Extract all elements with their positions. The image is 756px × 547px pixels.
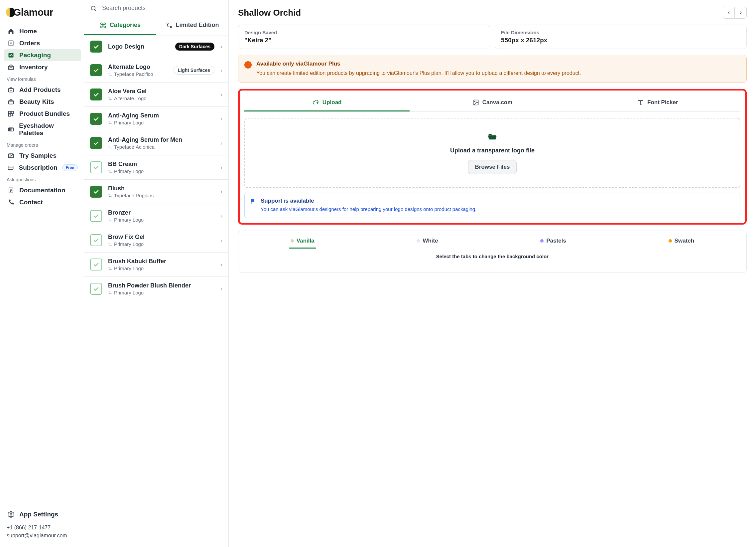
detail-panel: Shallow Orchid Design Saved "Keira 2" Fi…	[229, 0, 756, 547]
branch-icon	[108, 96, 112, 100]
svg-point-15	[91, 6, 95, 10]
brand-logo: Glamour	[4, 5, 81, 24]
sidebar-item-contact[interactable]: Contact	[4, 196, 81, 208]
card-label: Design Saved	[244, 30, 484, 35]
support-callout: Support is available You can ask viaGlam…	[244, 193, 740, 218]
product-row[interactable]: BB CreamPrimary Logo›	[84, 155, 228, 180]
inventory-icon	[7, 64, 15, 71]
tab-label: Canva.com	[482, 99, 513, 106]
svg-point-31	[111, 220, 111, 221]
next-button[interactable]	[735, 7, 747, 19]
svg-point-22	[109, 121, 109, 122]
svg-point-39	[474, 101, 475, 102]
svg-rect-4	[9, 101, 14, 104]
search-icon	[90, 5, 97, 12]
sidebar-item-home[interactable]: Home	[4, 25, 81, 37]
chevron-right-icon: ›	[220, 286, 222, 293]
sidebar-item-packaging[interactable]: Packaging	[4, 49, 81, 61]
sidebar-item-product-bundles[interactable]: Product Bundles	[4, 108, 81, 120]
tab-label: Categories	[110, 22, 141, 29]
nav-label: Orders	[19, 40, 40, 47]
variant-tab-swatch[interactable]: Swatch	[667, 235, 696, 248]
chevron-right-icon: ›	[220, 261, 222, 268]
type-icon	[637, 99, 644, 106]
file-dimensions-card: File Dimensions 550px x 2612px	[495, 25, 747, 49]
sidebar-item-documentation[interactable]: Documentation	[4, 184, 81, 196]
upgrade-alert: ! Available only viaGlamour Plus You can…	[238, 55, 747, 83]
product-subtitle: Primary Logo	[108, 168, 214, 174]
product-row[interactable]: Brush Kabuki BufferPrimary Logo›	[84, 252, 228, 277]
surface-pill: Dark Surfaces	[175, 43, 214, 51]
svg-point-16	[167, 23, 168, 24]
tab-categories[interactable]: Categories	[84, 16, 156, 35]
check-icon	[90, 161, 102, 173]
sidebar-item-orders[interactable]: Orders	[4, 37, 81, 49]
branch-icon	[108, 218, 112, 222]
sidebar-item-beauty-kits[interactable]: Beauty Kits	[4, 96, 81, 108]
sidebar-item-try-samples[interactable]: Try Samples	[4, 150, 81, 162]
product-title: Aloe Vera Gel	[108, 88, 214, 95]
product-row[interactable]: BlushTypeface:Poppins›	[84, 180, 228, 204]
contact-icon	[7, 199, 15, 206]
search-input[interactable]	[102, 5, 222, 12]
chevron-right-icon: ›	[220, 237, 222, 244]
sidebar-item-add-products[interactable]: Add Products	[4, 84, 81, 96]
nav-label: Contact	[19, 199, 43, 206]
nav-label: Add Products	[19, 86, 61, 93]
product-row[interactable]: BronzerPrimary Logo›	[84, 204, 228, 228]
check-icon	[90, 258, 102, 270]
branch-icon	[108, 242, 112, 246]
page-title: Shallow Orchid	[238, 8, 301, 18]
tab-label: Upload	[322, 99, 342, 106]
prev-button[interactable]	[723, 7, 735, 19]
product-subtitle: Alternate Logo	[108, 95, 214, 101]
sidebar-item-subscription[interactable]: SubscriptionFree	[4, 162, 81, 174]
tab-limited-edition[interactable]: Limited Edition	[156, 16, 228, 35]
contact-info: +1 (866) 217-1477 support@viaglamour.com	[4, 520, 81, 543]
chevron-right-icon: ›	[220, 91, 222, 98]
product-row[interactable]: Anti-Aging Serum for MenTypeface:Aclonic…	[84, 131, 228, 155]
folder-open-icon	[488, 132, 497, 141]
svg-point-11	[12, 155, 13, 155]
tab-canva[interactable]: Canva.com	[410, 95, 575, 111]
svg-rect-6	[11, 111, 14, 114]
check-icon	[90, 137, 102, 149]
svg-point-37	[111, 294, 111, 294]
variant-tab-pastels[interactable]: Pastels	[539, 235, 567, 248]
branch-icon	[166, 22, 173, 29]
browse-files-button[interactable]: Browse Files	[468, 160, 517, 174]
support-body: You can ask viaGlamour's designers for h…	[261, 205, 476, 213]
branch-icon	[108, 291, 112, 295]
documentation-icon	[7, 187, 15, 194]
product-subtitle: Typeface:Aclonica	[108, 144, 214, 150]
product-row[interactable]: Logo DesignDark Surfaces›	[84, 35, 228, 58]
nav-label: Documentation	[19, 187, 65, 194]
tab-upload[interactable]: Upload	[244, 95, 410, 111]
product-row[interactable]: Brow Fix GelPrimary Logo›	[84, 228, 228, 252]
color-dot-icon	[540, 239, 544, 242]
product-row[interactable]: Aloe Vera GelAlternate Logo›	[84, 82, 228, 107]
sidebar-item-inventory[interactable]: Inventory	[4, 61, 81, 73]
branch-icon	[108, 121, 112, 125]
svg-rect-7	[9, 114, 11, 116]
tab-font-picker[interactable]: Font Picker	[575, 95, 740, 111]
product-row[interactable]: Brush Powder Blush BlenderPrimary Logo›	[84, 277, 228, 301]
variant-tab-white[interactable]: White	[415, 235, 439, 248]
svg-rect-12	[8, 166, 13, 170]
product-subtitle: Primary Logo	[108, 217, 214, 222]
product-row[interactable]: Alternate LogoTypeface:PacificoLight Sur…	[84, 58, 228, 82]
free-badge: Free	[62, 164, 78, 171]
color-dot-icon	[417, 239, 420, 242]
svg-point-26	[109, 170, 109, 171]
color-dot-icon	[291, 239, 294, 242]
check-icon	[90, 234, 102, 246]
nav-label: Packaging	[19, 52, 51, 59]
sidebar-item-app-settings[interactable]: App Settings	[4, 508, 81, 520]
search-bar[interactable]	[84, 0, 228, 16]
chevron-right-icon: ›	[220, 188, 222, 195]
variant-tab-vanilla[interactable]: Vanilla	[289, 235, 316, 248]
product-row[interactable]: Anti-Aging SerumPrimary Logo›	[84, 107, 228, 131]
sidebar-item-eyeshadow-palettes[interactable]: Eyeshadow Palettes	[4, 120, 81, 139]
check-icon	[90, 186, 102, 198]
dropzone[interactable]: Upload a transparent logo file Browse Fi…	[244, 118, 740, 188]
